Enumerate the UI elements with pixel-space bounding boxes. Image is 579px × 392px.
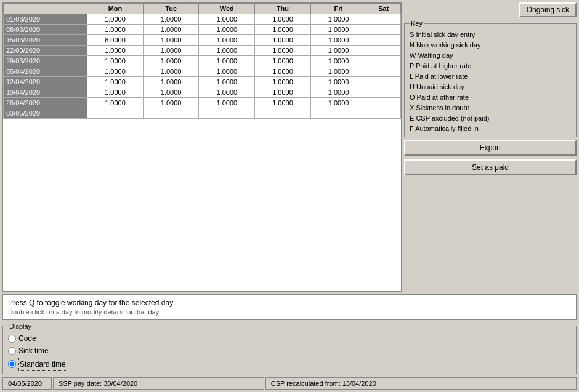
table-row[interactable]: 22/03/20201.00001.00001.00001.00001.0000 bbox=[4, 46, 401, 56]
cell-tue: 1.0000 bbox=[143, 87, 199, 98]
col-tue: Tue bbox=[143, 4, 199, 14]
cell-thu: 1.0000 bbox=[255, 14, 311, 25]
cell-fri: 1.0000 bbox=[310, 56, 366, 66]
cell-mon: 1.0000 bbox=[87, 46, 144, 56]
table-row[interactable]: 03/05/2020 bbox=[4, 108, 401, 119]
table-row[interactable]: 05/04/20201.00001.00001.00001.00001.0000 bbox=[4, 66, 401, 77]
cell-wed: 1.0000 bbox=[199, 35, 255, 46]
cell-wed bbox=[199, 108, 255, 119]
key-item: N Non-working sick day bbox=[410, 40, 571, 50]
cell-thu: 1.0000 bbox=[255, 35, 311, 46]
radio-code[interactable] bbox=[8, 335, 16, 343]
cell-sat bbox=[366, 87, 401, 98]
radio-label-sick_time[interactable]: Sick time bbox=[8, 345, 571, 357]
key-box: Key S Initial sick day entryN Non-workin… bbox=[404, 20, 577, 137]
radio-text-code: Code bbox=[18, 332, 36, 345]
radio-text-sick_time: Sick time bbox=[18, 345, 49, 357]
cell-fri: 1.0000 bbox=[310, 46, 366, 56]
col-sat: Sat bbox=[366, 4, 401, 14]
cell-wed: 1.0000 bbox=[199, 66, 255, 77]
cell-sat bbox=[366, 56, 401, 66]
cell-tue: 1.0000 bbox=[143, 66, 199, 77]
right-panel: Ongoing sick Key S Initial sick day entr… bbox=[404, 2, 577, 292]
cell-fri: 1.0000 bbox=[310, 77, 366, 87]
top-section: Mon Tue Wed Thu Fri Sat 01/03/20201.0000… bbox=[2, 2, 577, 292]
cell-tue bbox=[143, 108, 199, 119]
main-container: Mon Tue Wed Thu Fri Sat 01/03/20201.0000… bbox=[0, 0, 579, 392]
cell-wed: 1.0000 bbox=[199, 56, 255, 66]
radio-text-standard_time: Standard time bbox=[18, 358, 67, 371]
bottom-section: Press Q to toggle working day for the se… bbox=[2, 294, 577, 374]
radio-label-standard_time[interactable]: Standard time bbox=[8, 358, 571, 371]
cell-sat bbox=[366, 25, 401, 35]
set-as-paid-button[interactable]: Set as paid bbox=[404, 159, 577, 175]
cell-date: 03/05/2020 bbox=[4, 108, 87, 119]
col-date bbox=[4, 4, 87, 14]
cell-date: 19/04/2020 bbox=[4, 87, 87, 98]
key-legend: Key bbox=[410, 20, 424, 27]
table-row[interactable]: 01/03/20201.00001.00001.00001.00001.0000 bbox=[4, 14, 401, 25]
cell-tue: 1.0000 bbox=[143, 14, 199, 25]
cell-mon: 1.0000 bbox=[87, 14, 144, 25]
col-thu: Thu bbox=[255, 4, 311, 14]
status-ssp: SSP pay date: 30/04/2020 bbox=[53, 377, 264, 390]
key-item: U Unpaid sick day bbox=[410, 82, 571, 92]
status-bar: 04/05/2020 SSP pay date: 30/04/2020 CSP … bbox=[2, 377, 577, 390]
display-group: Display CodeSick timeStandard time bbox=[2, 322, 577, 374]
cell-mon: 1.0000 bbox=[87, 56, 144, 66]
key-item: F Automatically filled in bbox=[410, 124, 571, 134]
key-item: L Paid at lower rate bbox=[410, 71, 571, 82]
key-item: X Sickness in doubt bbox=[410, 103, 571, 113]
cell-fri: 1.0000 bbox=[310, 25, 366, 35]
cell-sat bbox=[366, 108, 401, 119]
cell-fri: 1.0000 bbox=[310, 35, 366, 46]
col-fri: Fri bbox=[310, 4, 366, 14]
cell-thu: 1.0000 bbox=[255, 66, 311, 77]
table-scroll[interactable]: Mon Tue Wed Thu Fri Sat 01/03/20201.0000… bbox=[3, 3, 401, 291]
col-wed: Wed bbox=[199, 4, 255, 14]
cell-date: 26/04/2020 bbox=[4, 98, 87, 108]
key-item: S Initial sick day entry bbox=[410, 30, 571, 40]
table-area: Mon Tue Wed Thu Fri Sat 01/03/20201.0000… bbox=[2, 2, 402, 292]
cell-tue: 1.0000 bbox=[143, 77, 199, 87]
cell-date: 12/04/2020 bbox=[4, 77, 87, 87]
radio-label-code[interactable]: Code bbox=[8, 332, 571, 345]
cell-date: 15/03/2020 bbox=[4, 35, 87, 46]
cell-thu: 1.0000 bbox=[255, 25, 311, 35]
cell-mon: 1.0000 bbox=[87, 66, 144, 77]
cell-wed: 1.0000 bbox=[199, 14, 255, 25]
display-legend: Display bbox=[8, 322, 33, 330]
radio-sick_time[interactable] bbox=[8, 347, 16, 355]
status-csp: CSP recalculated from: 13/04/2020 bbox=[265, 377, 577, 390]
cell-mon bbox=[87, 108, 144, 119]
key-item: W Waiting day bbox=[410, 50, 571, 61]
table-row[interactable]: 15/03/20208.00001.00001.00001.00001.0000 bbox=[4, 35, 401, 46]
cell-thu bbox=[255, 108, 311, 119]
cell-fri: 1.0000 bbox=[310, 98, 366, 108]
table-row[interactable]: 08/03/20201.00001.00001.00001.00001.0000 bbox=[4, 25, 401, 35]
table-row[interactable]: 12/04/20201.00001.00001.00001.00001.0000 bbox=[4, 77, 401, 87]
cell-mon: 1.0000 bbox=[87, 87, 144, 98]
info-line1: Press Q to toggle working day for the se… bbox=[8, 298, 571, 307]
cell-wed: 1.0000 bbox=[199, 25, 255, 35]
cell-wed: 1.0000 bbox=[199, 46, 255, 56]
cell-thu: 1.0000 bbox=[255, 56, 311, 66]
cell-date: 22/03/2020 bbox=[4, 46, 87, 56]
cell-wed: 1.0000 bbox=[199, 98, 255, 108]
info-line2: Double click on a day to modify details … bbox=[8, 308, 571, 316]
radio-standard_time[interactable] bbox=[8, 360, 16, 368]
cell-mon: 1.0000 bbox=[87, 98, 144, 108]
table-row[interactable]: 26/04/20201.00001.00001.00001.00001.0000 bbox=[4, 98, 401, 108]
table-row[interactable]: 29/03/20201.00001.00001.00001.00001.0000 bbox=[4, 56, 401, 66]
key-item: E CSP excluded (not paid) bbox=[410, 113, 571, 124]
key-item: P Paid at higher rate bbox=[410, 61, 571, 71]
key-item: O Paid at other rate bbox=[410, 92, 571, 103]
cell-tue: 1.0000 bbox=[143, 56, 199, 66]
table-row[interactable]: 19/04/20201.00001.00001.00001.00001.0000 bbox=[4, 87, 401, 98]
export-button[interactable]: Export bbox=[404, 140, 577, 156]
cell-fri bbox=[310, 108, 366, 119]
cell-wed: 1.0000 bbox=[199, 77, 255, 87]
ongoing-sick-button[interactable]: Ongoing sick bbox=[519, 2, 577, 17]
cell-date: 29/03/2020 bbox=[4, 56, 87, 66]
cell-sat bbox=[366, 77, 401, 87]
